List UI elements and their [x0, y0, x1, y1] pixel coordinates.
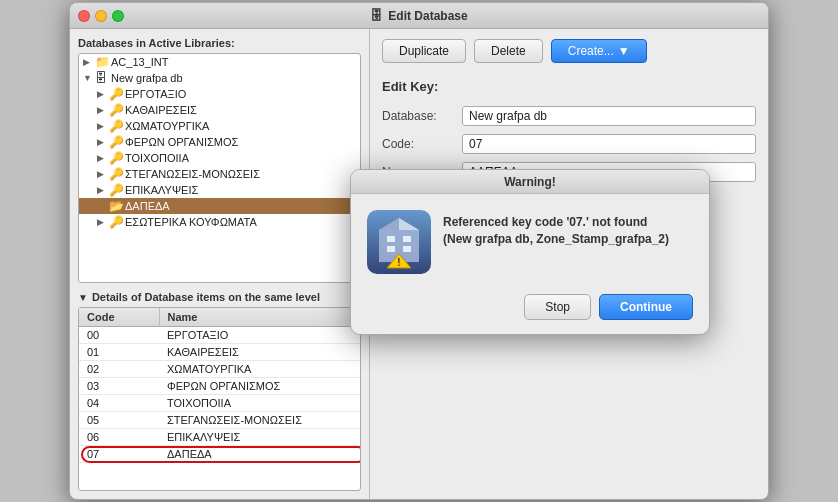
stop-button[interactable]: Stop [524, 294, 591, 320]
details-table: Code Name 00 ΕΡΓΟΤΑΞΙΟ 01 [79, 308, 360, 463]
cell-code: 03 [79, 378, 159, 395]
cell-code-07: 07 [79, 446, 159, 463]
table-header-row: Code Name [79, 308, 360, 327]
database-label: Database: [382, 109, 462, 123]
cell-name: ΕΠΙΚΑΛΥΨΕΙΣ [159, 429, 360, 446]
code-label: Code: [382, 137, 462, 151]
tree-arrow: ▶ [97, 217, 109, 227]
warning-dialog-overlay: Warning! [350, 169, 710, 335]
svg-rect-5 [403, 236, 411, 242]
tree-scroll[interactable]: ▶ 📁 AC_13_INT ▼ 🗄 New grafpa db ▶ 🔑 ΕΡΓΟ… [79, 54, 360, 282]
tree-arrow: ▶ [97, 121, 109, 131]
tree-arrow: ▶ [97, 169, 109, 179]
database-input[interactable] [462, 106, 756, 126]
details-section: ▼ Details of Database items on the same … [78, 291, 361, 491]
left-panel: Databases in Active Libraries: ▶ 📁 AC_13… [70, 29, 370, 499]
tree-arrow: ▶ [97, 89, 109, 99]
warning-title-bar: Warning! [351, 170, 709, 194]
form-row-database: Database: [382, 106, 756, 126]
table-row[interactable]: 04 ΤΟΙΧΟΠΟΙΙΑ [79, 395, 360, 412]
duplicate-button[interactable]: Duplicate [382, 39, 466, 63]
close-button[interactable] [78, 10, 90, 22]
maximize-button[interactable] [112, 10, 124, 22]
warning-dialog: Warning! [350, 169, 710, 335]
cell-name: ΚΑΘΑΙΡΕΣΕΙΣ [159, 344, 360, 361]
warning-icon-container: ! [367, 210, 431, 274]
key-icon: 🔑 [109, 183, 125, 197]
tree-item-epik[interactable]: ▶ 🔑 ΕΠΙΚΑΛΥΨΕΙΣ [79, 182, 360, 198]
details-table-container: Code Name 00 ΕΡΓΟΤΑΞΙΟ 01 [78, 307, 361, 491]
folder-icon: 📁 [95, 55, 111, 69]
table-row-07[interactable]: 07 ΔΑΠΕΔΑ [79, 446, 360, 463]
svg-text:!: ! [397, 257, 400, 268]
tree-item-steg[interactable]: ▶ 🔑 ΣΤΕΓΑΝΩΣΕΙΣ-ΜΟΝΩΣΕΙΣ [79, 166, 360, 182]
window-body: Databases in Active Libraries: ▶ 📁 AC_13… [70, 29, 768, 499]
form-row-code: Code: [382, 134, 756, 154]
tree-arrow: ▶ [97, 185, 109, 195]
cell-name: ΣΤΕΓΑΝΩΣΕΙΣ-ΜΟΝΩΣΕΙΣ [159, 412, 360, 429]
cell-name: ΦΕΡΩΝ ΟΡΓΑΝΙΣΜΟΣ [159, 378, 360, 395]
table-row[interactable]: 03 ΦΕΡΩΝ ΟΡΓΑΝΙΣΜΟΣ [79, 378, 360, 395]
toolbar-buttons: Duplicate Delete Create... ▼ [382, 39, 756, 63]
create-button[interactable]: Create... ▼ [551, 39, 647, 63]
warning-message: Referenced key code '07.' not found(New … [443, 214, 693, 248]
code-input[interactable] [462, 134, 756, 154]
tree-item-feron[interactable]: ▶ 🔑 ΦΕΡΩΝ ΟΡΓΑΝΙΣΜΟΣ [79, 134, 360, 150]
details-label: Details of Database items on the same le… [92, 291, 320, 303]
cell-name-07: ΔΑΠΕΔΑ [159, 446, 360, 463]
cell-code: 00 [79, 327, 159, 344]
tree-arrow-expanded: ▼ [83, 73, 95, 83]
tree-item-toixo[interactable]: ▶ 🔑 ΤΟΙΧΟΠΟΙΙΑ [79, 150, 360, 166]
tree-item-dapedo[interactable]: 📂 ΔΑΠΕΔΑ [79, 198, 360, 214]
table-row[interactable]: 05 ΣΤΕΓΑΝΩΣΕΙΣ-ΜΟΝΩΣΕΙΣ [79, 412, 360, 429]
col-name: Name [159, 308, 360, 327]
edit-key-label: Edit Key: [382, 79, 756, 94]
main-window: 🗄 Edit Database Databases in Active Libr… [69, 2, 769, 500]
tree-item-ac13[interactable]: ▶ 📁 AC_13_INT [79, 54, 360, 70]
tree-arrow: ▶ [97, 153, 109, 163]
cell-code: 04 [79, 395, 159, 412]
tree-container: ▶ 📁 AC_13_INT ▼ 🗄 New grafpa db ▶ 🔑 ΕΡΓΟ… [78, 53, 361, 283]
warning-title: Warning! [504, 175, 556, 189]
key-icon: 🔑 [109, 119, 125, 133]
tree-item-newgrafpa[interactable]: ▼ 🗄 New grafpa db [79, 70, 360, 86]
title-bar: 🗄 Edit Database [70, 3, 768, 29]
tree-item-xwmat[interactable]: ▶ 🔑 ΧΩΜΑΤΟΥΡΓΙΚΑ [79, 118, 360, 134]
db-icon: 🗄 [95, 71, 111, 85]
delete-button[interactable]: Delete [474, 39, 543, 63]
traffic-lights [78, 10, 124, 22]
tree-item-eswt[interactable]: ▶ 🔑 ΕΣΩΤΕΡΙΚΑ ΚΟΥΦΩΜΑΤΑ [79, 214, 360, 230]
details-header: ▼ Details of Database items on the same … [78, 291, 361, 303]
tree-arrow: ▶ [97, 137, 109, 147]
key-icon: 🔑 [109, 87, 125, 101]
cell-code: 05 [79, 412, 159, 429]
cell-name: ΤΟΙΧΟΠΟΙΙΑ [159, 395, 360, 412]
cell-code: 02 [79, 361, 159, 378]
key-icon: 🔑 [109, 167, 125, 181]
warning-text-area: Referenced key code '07.' not found(New … [443, 210, 693, 248]
table-row[interactable]: 00 ΕΡΓΟΤΑΞΙΟ [79, 327, 360, 344]
table-row[interactable]: 02 ΧΩΜΑΤΟΥΡΓΙΚΑ [79, 361, 360, 378]
cell-code: 06 [79, 429, 159, 446]
details-arrow-icon: ▼ [78, 292, 88, 303]
warning-buttons: Stop Continue [351, 286, 709, 334]
folder-icon: 📂 [109, 199, 125, 213]
continue-button[interactable]: Continue [599, 294, 693, 320]
window-title-icon: 🗄 [370, 8, 383, 23]
minimize-button[interactable] [95, 10, 107, 22]
window-title: 🗄 Edit Database [370, 8, 467, 23]
cell-code: 01 [79, 344, 159, 361]
key-icon: 🔑 [109, 151, 125, 165]
key-icon: 🔑 [109, 135, 125, 149]
svg-rect-7 [403, 246, 411, 252]
table-row[interactable]: 06 ΕΠΙΚΑΛΥΨΕΙΣ [79, 429, 360, 446]
table-wrapper[interactable]: Code Name 00 ΕΡΓΟΤΑΞΙΟ 01 [79, 308, 360, 490]
tree-item-ergo[interactable]: ▶ 🔑 ΕΡΓΟΤΑΞΙΟ [79, 86, 360, 102]
tree-item-kath[interactable]: ▶ 🔑 ΚΑΘΑΙΡΕΣΕΙΣ [79, 102, 360, 118]
cell-name: ΧΩΜΑΤΟΥΡΓΙΚΑ [159, 361, 360, 378]
dropdown-arrow-icon: ▼ [618, 44, 630, 58]
key-icon: 🔑 [109, 103, 125, 117]
col-code: Code [79, 308, 159, 327]
table-row[interactable]: 01 ΚΑΘΑΙΡΕΣΕΙΣ [79, 344, 360, 361]
key-icon: 🔑 [109, 215, 125, 229]
